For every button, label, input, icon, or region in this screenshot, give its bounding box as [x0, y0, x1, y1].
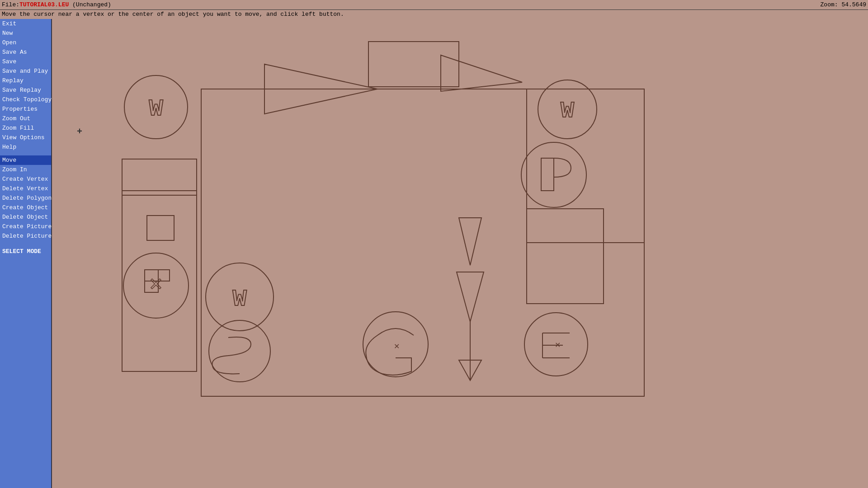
sidebar-item-delete-polygon[interactable]: Delete Polygon	[0, 193, 51, 203]
sidebar-item-zoom-in[interactable]: Zoom In	[0, 165, 51, 174]
sidebar-item-exit[interactable]: Exit	[0, 19, 51, 28]
svg-marker-7	[441, 55, 522, 91]
sidebar-item-open[interactable]: Open	[0, 38, 51, 47]
sidebar-item-view-options[interactable]: View Options	[0, 133, 51, 142]
svg-marker-23	[459, 218, 481, 265]
sidebar-item-save-as[interactable]: Save As	[0, 47, 51, 57]
svg-text:✕: ✕	[149, 276, 163, 295]
sidebar-item-replay[interactable]: Replay	[0, 76, 51, 85]
select-mode-label: SELECT MODE	[0, 246, 51, 257]
sidebar-item-delete-picture[interactable]: Delete Picture	[0, 231, 51, 241]
sidebar-item-create-object[interactable]: Create Object	[0, 203, 51, 212]
svg-rect-9	[122, 159, 197, 195]
svg-text:✕: ✕	[555, 342, 561, 350]
svg-text:W: W	[149, 96, 163, 122]
status-message: Move the cursor near a vertex or the cen…	[2, 11, 344, 18]
svg-rect-8	[368, 42, 459, 87]
svg-marker-24	[457, 272, 484, 322]
sidebar-item-save[interactable]: Save	[0, 57, 51, 66]
sidebar: Exit New Open Save As Save Save and Play…	[0, 19, 52, 488]
sidebar-item-move[interactable]: Move	[0, 155, 51, 165]
sidebar-item-new[interactable]: New	[0, 28, 51, 38]
main-canvas: .outline { fill: none; stroke: #5c3a2e; …	[52, 19, 868, 488]
menu-separator	[0, 152, 51, 155]
svg-rect-11	[147, 216, 174, 240]
sidebar-item-save-replay[interactable]: Save Replay	[0, 85, 51, 95]
svg-text:W: W	[561, 98, 574, 124]
sidebar-item-help[interactable]: Help	[0, 142, 51, 152]
svg-text:W: W	[232, 286, 247, 313]
sidebar-item-check-topology[interactable]: Check Topology	[0, 95, 51, 104]
sidebar-item-zoom-out[interactable]: Zoom Out	[0, 114, 51, 123]
zoom-value: 54.5649	[841, 1, 866, 8]
tool-separator	[0, 241, 51, 244]
zoom-label: Zoom:	[821, 1, 838, 8]
canvas-area[interactable]: + .outline { fill: none; stroke: #5c3a2e…	[52, 19, 868, 488]
sidebar-item-zoom-fill[interactable]: Zoom Fill	[0, 123, 51, 133]
status-bar: Move the cursor near a vertex or the cen…	[0, 10, 868, 19]
sidebar-item-delete-vertex[interactable]: Delete Vertex	[0, 184, 51, 193]
svg-rect-28	[541, 158, 554, 191]
svg-text:✕: ✕	[394, 343, 400, 351]
file-info: File:TUTORIAL03.LEU (Unchanged)	[2, 1, 111, 8]
file-label: File:	[2, 1, 19, 8]
sidebar-item-save-and-play[interactable]: Save and Play	[0, 66, 51, 76]
sidebar-item-create-vertex[interactable]: Create Vertex	[0, 174, 51, 184]
sidebar-item-delete-object[interactable]: Delete Object	[0, 212, 51, 222]
sidebar-item-properties[interactable]: Properties	[0, 104, 51, 114]
file-status: (Unchanged)	[72, 1, 111, 8]
main-area: Exit New Open Save As Save Save and Play…	[0, 19, 868, 488]
sidebar-item-create-picture[interactable]: Create Picture	[0, 222, 51, 231]
filename: TUTORIAL03.LEU	[19, 1, 69, 8]
zoom-info: Zoom: 54.5649	[821, 1, 866, 8]
top-bar: File:TUTORIAL03.LEU (Unchanged) Zoom: 54…	[0, 0, 868, 10]
svg-point-18	[209, 320, 270, 382]
svg-rect-29	[527, 209, 604, 304]
